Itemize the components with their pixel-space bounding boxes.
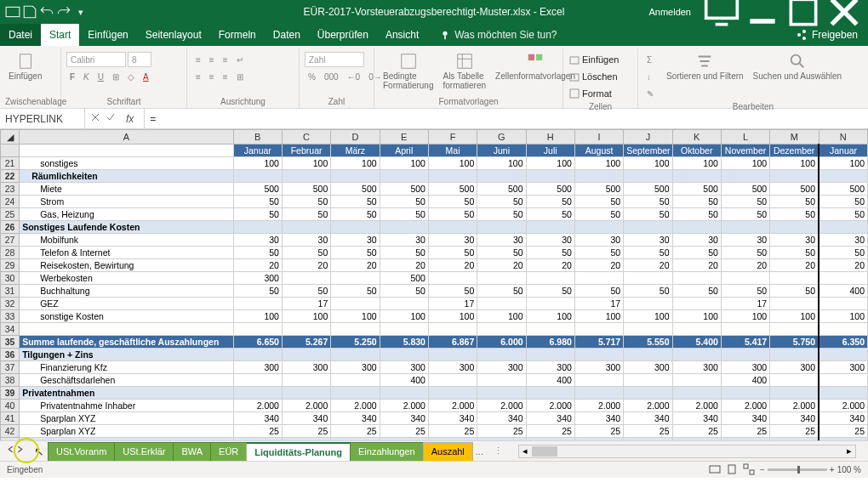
underline-button[interactable]: U [94,69,107,84]
tab-more[interactable]: ... [472,446,487,457]
svg-rect-8 [401,54,415,69]
ribbon-options-icon[interactable] [703,0,740,24]
tab-datei[interactable]: Datei [0,24,41,46]
bold-button[interactable]: F [66,69,78,84]
font-name-select[interactable]: Calibri [66,52,126,67]
delete-cells-button[interactable]: Löschen [568,69,619,84]
fill-color-button[interactable]: ◇ [124,69,138,84]
italic-button[interactable]: K [80,69,93,84]
tab-bwa[interactable]: BWA [173,442,211,461]
zoom-control[interactable]: −+100 % [760,465,861,474]
sheet-tabs: ↖ USt.Voranm USt.Erklär BWA EÜR Liquidit… [0,440,868,461]
tab-liquiditat[interactable]: Liquiditäts-Planung [246,442,351,461]
format-table-button[interactable]: Als Tabelle formatieren [439,50,489,92]
svg-rect-16 [710,466,720,473]
svg-point-15 [791,55,801,65]
tab-scroll-right-icon[interactable] [16,445,24,458]
undo-icon[interactable] [39,4,54,20]
tell-me[interactable]: Was möchten Sie tun? [439,29,557,41]
paste-button[interactable]: Einfügen [5,50,45,82]
cancel-formula-icon[interactable] [90,112,100,125]
sort-filter-button[interactable]: Sortieren und Filtern [663,50,747,82]
excel-icon [5,4,20,20]
fx-icon[interactable]: fx [121,113,139,125]
close-icon[interactable] [825,0,863,24]
tab-ust-voranm[interactable]: USt.Voranm [48,442,115,461]
svg-rect-17 [728,465,735,474]
svg-rect-2 [791,0,815,25]
tab-ust-erklar[interactable]: USt.Erklär [114,442,174,461]
ribbon: EinfügenZwischenablage Calibri8FKU⊞◇ASch… [0,46,868,109]
spreadsheet-grid[interactable]: ◢ABCDEFGHIJKLMNJanuarFebruarMärzAprilMai… [0,129,868,440]
svg-rect-0 [6,7,20,16]
minimize-icon[interactable] [744,0,781,24]
name-box[interactable]: HYPERLINK [0,109,85,129]
save-icon[interactable] [22,4,37,20]
zoom-level: 100 % [837,465,861,474]
tab-formeln[interactable]: Formeln [210,24,265,46]
format-cells-button[interactable]: Format [568,86,619,101]
titlebar: ▾ EÜR-2017-Vorsteuerabzugsberechtigt-Mus… [0,0,868,24]
sign-in-link[interactable]: Anmelden [648,7,691,17]
font-size-select[interactable]: 8 [128,52,151,67]
window-title: EÜR-2017-Vorsteuerabzugsberechtigt-Muste… [304,6,565,18]
maximize-icon[interactable] [785,0,822,24]
merge-button[interactable]: ⊞ [233,69,247,84]
horizontal-scrollbar[interactable]: ◂▸ [518,445,856,458]
svg-rect-12 [570,57,579,64]
scroll-right-icon: ▸ [843,445,855,457]
tab-ansicht[interactable]: Ansicht [377,24,427,46]
number-format-select[interactable]: Zahl [305,52,364,67]
cursor-icon: ↖ [34,445,44,458]
svg-rect-9 [458,54,472,69]
find-select-button[interactable]: Suchen und Auswählen [750,50,846,82]
svg-rect-19 [750,470,754,474]
tab-eur[interactable]: EÜR [210,442,247,461]
wrap-text-button[interactable]: ↵ [233,52,247,67]
qat-dropdown-icon[interactable]: ▾ [73,4,89,20]
svg-rect-1 [706,0,738,18]
svg-rect-11 [536,54,542,60]
border-button[interactable]: ⊞ [109,69,123,84]
scroll-left-icon: ◂ [519,445,531,457]
svg-rect-13 [570,74,579,81]
svg-rect-18 [744,464,748,468]
svg-rect-14 [570,89,579,98]
tab-einfugen[interactable]: Einfügen [79,24,136,46]
view-page-icon[interactable] [726,463,738,477]
tab-daten[interactable]: Daten [265,24,309,46]
status-bar: Eingeben −+100 % [0,461,868,478]
status-mode: Eingeben [7,465,43,474]
enter-formula-icon[interactable] [106,112,116,125]
tab-auszahlungen[interactable]: Auszahl [423,442,473,461]
svg-point-6 [802,37,806,40]
tab-seitenlayout[interactable]: Seitenlayout [137,24,210,46]
conditional-format-button[interactable]: Bedingte Formatierung [380,50,437,92]
tab-scroll-left-icon[interactable] [7,445,14,458]
share-button[interactable]: Freigeben [785,29,868,41]
redo-icon[interactable] [56,4,71,20]
svg-rect-10 [528,54,534,60]
font-color-button[interactable]: A [140,69,152,84]
tab-uberprufen[interactable]: Überprüfen [309,24,377,46]
insert-cells-button[interactable]: Einfügen [568,52,619,67]
view-break-icon[interactable] [743,463,755,477]
view-normal-icon[interactable] [709,463,721,477]
svg-point-3 [443,31,448,36]
tab-divider: ⋮ [487,445,510,457]
tab-einzahlungen[interactable]: Einzahlungen [350,442,424,461]
formula-input[interactable]: = [145,113,868,125]
svg-point-4 [797,33,801,37]
svg-rect-7 [20,54,31,69]
tab-start[interactable]: Start [41,24,79,46]
